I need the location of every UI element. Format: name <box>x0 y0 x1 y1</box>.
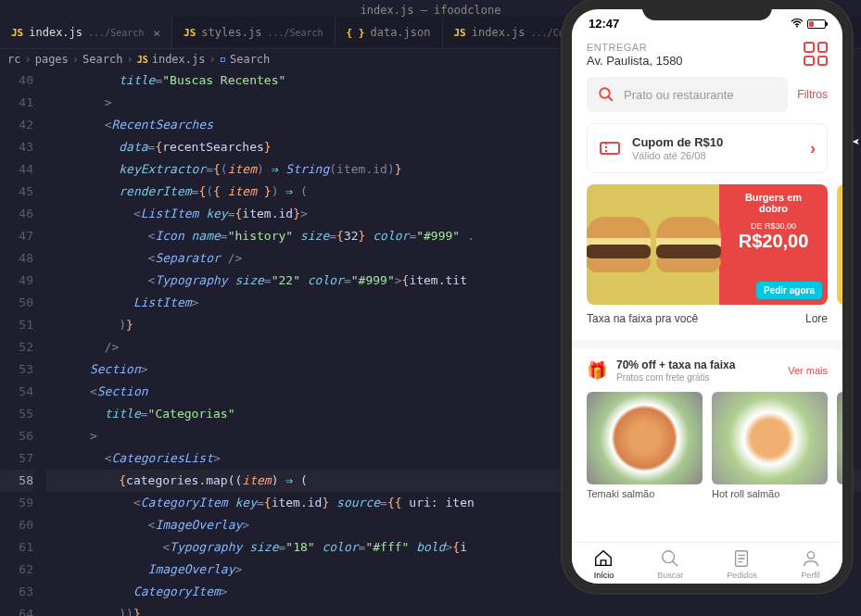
food-card-temaki[interactable]: Temaki salmão <box>587 392 703 499</box>
file-type-icon: JS <box>184 27 196 39</box>
app-header: ENTREGAR Av. Paulista, 1580 <box>572 34 842 77</box>
line-number: 48 <box>0 247 33 270</box>
banner-title-1: Burgers em <box>745 192 802 203</box>
breadcrumb-segment[interactable]: rc <box>7 53 20 66</box>
food-grid[interactable]: Temaki salmão Hot roll salmão <box>572 392 842 499</box>
bottom-tab-bar: InícioBuscarPedidosPerfil <box>572 542 842 584</box>
line-number: 59 <box>0 492 33 514</box>
food-name: Temaki salmão <box>587 488 703 499</box>
home-icon <box>593 548 614 569</box>
food-image <box>712 392 828 484</box>
banner-peek-text: RO <box>837 184 842 208</box>
line-number: 61 <box>0 536 33 559</box>
profile-icon <box>801 548 821 569</box>
svg-point-11 <box>807 552 814 559</box>
line-number: 62 <box>0 559 33 581</box>
search-input[interactable]: Prato ou restaurante <box>587 77 788 112</box>
status-icons <box>791 17 826 31</box>
mouse-cursor-icon: ➤ <box>852 134 859 149</box>
line-number: 56 <box>0 425 33 447</box>
code-line[interactable]: ))} <box>46 603 861 616</box>
banner-price: R$20,00 <box>725 231 822 252</box>
line-number: 50 <box>0 292 33 314</box>
breadcrumb-segment[interactable]: Search <box>82 53 122 66</box>
tab-filename: data.json <box>370 26 430 39</box>
file-type-icon: JS <box>454 27 466 39</box>
tab-label: Perfil <box>801 571 820 580</box>
see-more-link[interactable]: Ver mais <box>788 365 828 376</box>
breadcrumb-segment[interactable]: index.js <box>152 53 206 66</box>
svg-point-5 <box>663 551 675 563</box>
banner-captions: Taxa na faixa pra você Lore <box>572 305 842 340</box>
food-card-peek[interactable] <box>837 392 842 499</box>
phone-screen: 12:47 ENTREGAR Av. Paulista, 1580 Prato … <box>572 9 842 584</box>
coupon-title: Cupom de R$10 <box>632 135 799 149</box>
promo-text: 70% off + taxa na faixa Pratos com frete… <box>616 358 779 383</box>
banner-old-price: DE R$30,00 <box>725 221 822 231</box>
line-number: 60 <box>0 514 33 536</box>
food-name: Hot roll salmão <box>712 488 828 499</box>
line-number: 43 <box>0 136 33 158</box>
line-number: 44 <box>0 158 33 181</box>
gift-icon: 🎁 <box>587 360 607 381</box>
food-card-hotroll[interactable]: Hot roll salmão <box>712 392 828 499</box>
coupon-text: Cupom de R$10 Válido até 26/08 <box>632 135 799 161</box>
banner-image <box>587 184 719 305</box>
line-number: 42 <box>0 114 33 136</box>
banner-cta-button[interactable]: Pedir agora <box>756 282 822 299</box>
promo-subtitle: Pratos com frete grátis <box>616 372 779 383</box>
line-number: 49 <box>0 270 33 292</box>
line-number: 55 <box>0 403 33 425</box>
editor-tab[interactable]: { }data.json <box>336 17 443 48</box>
ticket-icon <box>599 137 621 159</box>
line-number: 63 <box>0 581 33 603</box>
breadcrumb-segment[interactable]: Search <box>230 53 270 66</box>
caption-peek: Lore <box>805 312 828 325</box>
tab-label: Pedidos <box>727 571 757 580</box>
banner-burgers[interactable]: Burgers emdobro DE R$30,00 R$20,00 Pedir… <box>587 184 828 305</box>
breadcrumb-separator: › <box>72 53 79 66</box>
breadcrumb-separator: › <box>24 53 31 66</box>
svg-line-2 <box>608 96 613 101</box>
search-row: Prato ou restaurante Filtros <box>587 77 828 112</box>
caption-main: Taxa na faixa pra você <box>587 312 796 325</box>
tab-orders[interactable]: Pedidos <box>727 548 757 580</box>
address-text: Av. Paulista, 1580 <box>587 54 683 68</box>
search-icon <box>660 548 680 569</box>
line-number: 57 <box>0 447 33 470</box>
breadcrumb-separator: › <box>209 53 215 66</box>
breadcrumb-separator: › <box>126 53 133 66</box>
food-image <box>837 392 842 484</box>
line-number: 51 <box>0 314 33 336</box>
banner-title-2: dobro <box>759 203 788 214</box>
food-image <box>587 392 703 484</box>
coupon-card[interactable]: Cupom de R$10 Válido até 26/08 › <box>587 123 828 173</box>
close-icon[interactable]: × <box>153 26 160 40</box>
tab-profile[interactable]: Perfil <box>801 548 821 580</box>
deliver-label: ENTREGAR <box>587 42 683 53</box>
file-type-icon: JS <box>11 27 23 39</box>
line-number: 40 <box>0 69 33 92</box>
coupon-subtitle: Válido até 26/08 <box>632 150 799 161</box>
search-placeholder: Prato ou restaurante <box>624 88 734 102</box>
promo-title: 70% off + taxa na faixa <box>616 358 779 371</box>
tab-label: Início <box>594 571 614 580</box>
tab-search[interactable]: Buscar <box>657 548 683 580</box>
orders-icon <box>731 548 752 569</box>
banner-next-peek[interactable]: RO <box>837 184 842 305</box>
breadcrumb-segment[interactable]: pages <box>35 53 69 66</box>
line-number: 53 <box>0 358 33 381</box>
banner-carousel[interactable]: Burgers emdobro DE R$30,00 R$20,00 Pedir… <box>572 184 842 305</box>
wifi-icon <box>791 17 804 31</box>
svg-rect-3 <box>601 143 619 154</box>
line-number: 52 <box>0 336 33 358</box>
address-block[interactable]: ENTREGAR Av. Paulista, 1580 <box>587 42 683 68</box>
filters-link[interactable]: Filtros <box>797 88 828 101</box>
tab-home[interactable]: Início <box>593 548 614 580</box>
qr-icon[interactable] <box>804 42 828 66</box>
editor-tab[interactable]: JSstyles.js.../Search <box>172 17 336 48</box>
tab-filename: index.js <box>472 26 525 39</box>
promo-header: 🎁 70% off + taxa na faixa Pratos com fre… <box>572 349 842 392</box>
file-type-icon: JS <box>137 55 148 65</box>
editor-tab[interactable]: JSindex.js.../Search× <box>0 17 172 48</box>
